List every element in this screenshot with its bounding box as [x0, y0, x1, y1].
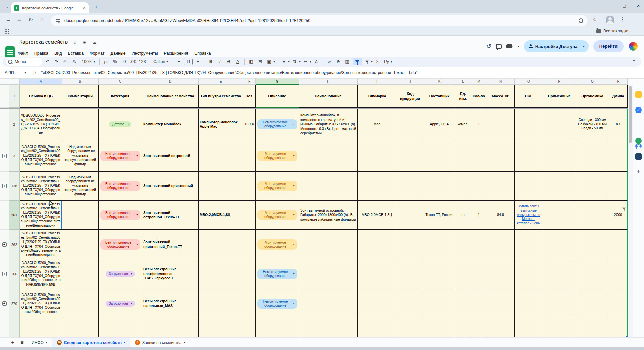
- column-letter-B[interactable]: B: [62, 79, 99, 85]
- new-tab-button[interactable]: +: [95, 4, 98, 10]
- dropdown-chip-yellow[interactable]: Монтируемое оборудование▾: [257, 239, 297, 250]
- cell-D[interactable]: [142, 318, 199, 338]
- merge-cells-icon[interactable]: ▣: [265, 58, 273, 65]
- cell-G270[interactable]: Немонтируемое оборудование▾: [256, 289, 299, 318]
- search-menus-button[interactable]: Меню: [6, 58, 42, 66]
- cell-B138[interactable]: Над моечным оборудованием не указывать ж…: [62, 172, 99, 201]
- format-currency-button[interactable]: р.: [102, 58, 110, 65]
- text-color-button[interactable]: A: [234, 58, 242, 65]
- header-cell-O[interactable]: URL: [515, 85, 543, 108]
- expand-group-icon[interactable]: +: [2, 154, 7, 158]
- cell-P[interactable]: [543, 318, 576, 338]
- cell-A2[interactable]: \\DSCLOUD\00_Processes_bim\02_Семейства\…: [20, 109, 62, 140]
- cell-I3[interactable]: [358, 140, 396, 172]
- insert-link-icon[interactable]: ∞: [325, 58, 333, 65]
- cell-F3[interactable]: [243, 140, 256, 172]
- cell-F[interactable]: [243, 318, 256, 338]
- browser-profile-avatar[interactable]: [606, 16, 614, 25]
- cell-O3[interactable]: [515, 140, 543, 172]
- cell-F270[interactable]: [243, 289, 256, 318]
- all-bookmarks-button[interactable]: Все закладки: [596, 29, 628, 33]
- header-cell-G[interactable]: Описание: [256, 85, 299, 108]
- cell-D270[interactable]: Весы электронные напольные_MAS: [142, 289, 199, 318]
- cell-C[interactable]: [99, 318, 142, 338]
- column-letter-Q[interactable]: Q: [576, 79, 609, 85]
- window-close-button[interactable]: ✕: [633, 1, 643, 10]
- fx-group-button[interactable]: Ру: [383, 58, 391, 65]
- expand-group-icon[interactable]: +: [2, 242, 7, 247]
- cell-I261[interactable]: МВО-2,0МСВ-1,8Ц: [358, 201, 396, 230]
- cell-N270[interactable]: [487, 289, 515, 318]
- cell-G2[interactable]: Немонтируемое оборудование▾: [256, 109, 299, 140]
- zoom-select[interactable]: 100% ▾: [79, 59, 97, 64]
- column-letter-O[interactable]: O: [515, 79, 543, 85]
- cell-P138[interactable]: [543, 172, 576, 201]
- browser-tab[interactable]: Картотека семейств - Google ✕: [11, 2, 89, 13]
- cell-Q138[interactable]: [576, 172, 609, 201]
- sheet-tab-caret-icon[interactable]: ▾: [124, 341, 125, 344]
- menu-вид[interactable]: Вид: [52, 50, 64, 56]
- cell-F261[interactable]: [243, 201, 256, 230]
- dropdown-chip-purple[interactable]: Загрузочная▾: [106, 271, 135, 277]
- cell-Q3[interactable]: [576, 140, 609, 172]
- cell-Q[interactable]: [576, 318, 609, 338]
- cell-M266[interactable]: [471, 259, 487, 289]
- cell-M270[interactable]: [471, 289, 487, 318]
- row-number-261[interactable]: 261: [9, 201, 20, 230]
- row-number-2[interactable]: 2: [9, 109, 20, 140]
- cell-G262[interactable]: Монтируемое оборудование▾: [256, 230, 299, 259]
- sheet-tab-caret-icon[interactable]: ▾: [46, 341, 47, 344]
- dropdown-chip-red[interactable]: Вентиляционное оборудование▾: [100, 151, 140, 161]
- cell-L2[interactable]: компл.: [455, 109, 471, 140]
- column-letter-F[interactable]: F: [243, 79, 256, 85]
- cell-C266[interactable]: Загрузочная▾: [99, 259, 142, 289]
- get-addons-icon[interactable]: +: [635, 168, 642, 174]
- cell-P2[interactable]: [543, 109, 576, 140]
- dropdown-chip-blue[interactable]: Немонтируемое оборудование▾: [257, 269, 297, 279]
- column-letter-J[interactable]: J: [396, 79, 424, 85]
- cell-B2[interactable]: [62, 109, 99, 140]
- cell-R[interactable]: [609, 318, 628, 338]
- cell-E270[interactable]: [199, 289, 243, 318]
- cell-K270[interactable]: [424, 289, 455, 318]
- sheet-tab-сводная-картотека-семейств[interactable]: 20Сводная картотека семейств▾: [52, 338, 130, 348]
- cell-Q262[interactable]: [576, 230, 609, 259]
- toolbar-collapse-icon[interactable]: ⌃: [630, 58, 638, 65]
- account-avatar[interactable]: [628, 41, 638, 51]
- text-wrap-icon[interactable]: ↩: [302, 58, 310, 65]
- header-cell-C[interactable]: Категория: [99, 85, 142, 108]
- cell-N266[interactable]: [487, 259, 515, 289]
- search-lens-icon[interactable]: [579, 18, 583, 23]
- header-cell-L[interactable]: Ед. изм.: [455, 85, 471, 108]
- vertical-align-icon[interactable]: ⇅: [290, 58, 299, 65]
- cell-R2[interactable]: XX: [609, 109, 628, 140]
- cell-B[interactable]: [62, 318, 99, 338]
- cell-A270[interactable]: "\\DSCLOUD\00_Processes_bim\02_Семейства…: [20, 289, 62, 318]
- dropdown-chip-purple[interactable]: Загрузочная▾: [106, 301, 135, 307]
- cell-Q261[interactable]: [576, 201, 609, 230]
- borders-icon[interactable]: ⊞: [256, 58, 264, 65]
- cell-N3[interactable]: [487, 140, 515, 172]
- cell-J[interactable]: [396, 318, 424, 338]
- horizontal-align-icon[interactable]: ≡: [280, 58, 288, 65]
- dropdown-chip-blue[interactable]: Немонтируемое оборудование▾: [257, 119, 297, 129]
- valign-caret-icon[interactable]: ▾: [299, 60, 300, 63]
- expand-group-icon[interactable]: +: [2, 301, 7, 306]
- cell-P270[interactable]: [543, 289, 576, 318]
- cell-O261[interactable]: Купить зонты вытяжные козырьковые в Моск…: [515, 201, 543, 230]
- share-button[interactable]: Настройки Доступа ▾: [524, 40, 589, 52]
- cell-P262[interactable]: [543, 230, 576, 259]
- cell-E3[interactable]: [199, 140, 243, 172]
- header-cell-J[interactable]: Код продукции: [396, 85, 424, 108]
- cell-I138[interactable]: [358, 172, 396, 201]
- cell-I262[interactable]: [358, 230, 396, 259]
- cell-M261[interactable]: 1: [471, 201, 487, 230]
- dropdown-chip-blue[interactable]: Немонтируемое оборудование▾: [257, 299, 297, 309]
- cell-E266[interactable]: [199, 259, 243, 289]
- cell-G261[interactable]: Монтируемое оборудование▾: [256, 201, 299, 230]
- header-cell-R[interactable]: Длина: [609, 85, 628, 108]
- header-cell-N[interactable]: Масса. кг.: [487, 85, 515, 108]
- cell-D2[interactable]: Компьютер моноблок: [142, 109, 199, 140]
- browser-menu-icon[interactable]: ⋮: [620, 16, 625, 23]
- cell-G3[interactable]: Монтируемое оборудование▾: [256, 140, 299, 172]
